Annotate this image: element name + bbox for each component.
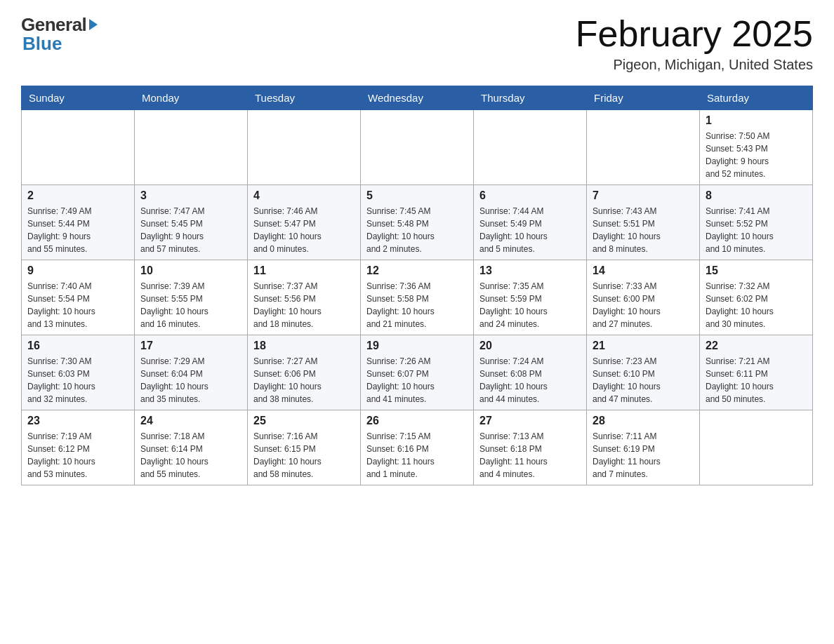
day-info: Sunrise: 7:23 AM Sunset: 6:10 PM Dayligh… xyxy=(593,355,694,405)
calendar-day-cell: 4Sunrise: 7:46 AM Sunset: 5:47 PM Daylig… xyxy=(248,185,361,260)
calendar-day-cell: 25Sunrise: 7:16 AM Sunset: 6:15 PM Dayli… xyxy=(248,410,361,485)
day-info: Sunrise: 7:45 AM Sunset: 5:48 PM Dayligh… xyxy=(366,205,468,255)
day-number: 14 xyxy=(593,264,694,277)
day-number: 12 xyxy=(366,264,468,277)
day-number: 16 xyxy=(27,340,128,352)
day-number: 8 xyxy=(706,189,807,202)
calendar-week-row: 1Sunrise: 7:50 AM Sunset: 5:43 PM Daylig… xyxy=(22,110,813,185)
calendar-day-cell: 14Sunrise: 7:33 AM Sunset: 6:00 PM Dayli… xyxy=(587,260,700,335)
day-info: Sunrise: 7:40 AM Sunset: 5:54 PM Dayligh… xyxy=(27,280,128,330)
calendar-day-cell: 28Sunrise: 7:11 AM Sunset: 6:19 PM Dayli… xyxy=(587,410,700,485)
calendar-day-cell: 24Sunrise: 7:18 AM Sunset: 6:14 PM Dayli… xyxy=(135,410,248,485)
calendar-header-wednesday: Wednesday xyxy=(361,86,474,110)
day-number: 28 xyxy=(593,415,694,427)
calendar-day-cell: 23Sunrise: 7:19 AM Sunset: 6:12 PM Dayli… xyxy=(22,410,135,485)
day-info: Sunrise: 7:50 AM Sunset: 5:43 PM Dayligh… xyxy=(706,130,807,180)
day-number: 26 xyxy=(366,415,468,427)
day-info: Sunrise: 7:18 AM Sunset: 6:14 PM Dayligh… xyxy=(140,430,241,481)
day-number: 17 xyxy=(140,340,241,352)
day-info: Sunrise: 7:21 AM Sunset: 6:11 PM Dayligh… xyxy=(706,355,807,405)
day-number: 18 xyxy=(253,340,355,352)
day-number: 1 xyxy=(706,114,807,127)
calendar-day-cell: 11Sunrise: 7:37 AM Sunset: 5:56 PM Dayli… xyxy=(248,260,361,335)
day-info: Sunrise: 7:33 AM Sunset: 6:00 PM Dayligh… xyxy=(593,280,694,330)
day-info: Sunrise: 7:39 AM Sunset: 5:55 PM Dayligh… xyxy=(140,280,241,330)
calendar-day-cell: 15Sunrise: 7:32 AM Sunset: 6:02 PM Dayli… xyxy=(700,260,813,335)
day-info: Sunrise: 7:43 AM Sunset: 5:51 PM Dayligh… xyxy=(593,205,694,255)
day-number: 10 xyxy=(140,264,241,277)
calendar-day-cell xyxy=(248,110,361,185)
day-number: 25 xyxy=(253,415,355,427)
location-text: Pigeon, Michigan, United States xyxy=(576,57,813,73)
day-info: Sunrise: 7:41 AM Sunset: 5:52 PM Dayligh… xyxy=(706,205,807,255)
calendar-day-cell: 18Sunrise: 7:27 AM Sunset: 6:06 PM Dayli… xyxy=(248,335,361,410)
day-info: Sunrise: 7:29 AM Sunset: 6:04 PM Dayligh… xyxy=(140,355,241,405)
day-number: 9 xyxy=(27,264,128,277)
month-title: February 2025 xyxy=(576,14,813,54)
day-info: Sunrise: 7:46 AM Sunset: 5:47 PM Dayligh… xyxy=(253,205,355,255)
calendar-day-cell: 5Sunrise: 7:45 AM Sunset: 5:48 PM Daylig… xyxy=(361,185,474,260)
calendar-header-saturday: Saturday xyxy=(700,86,813,110)
calendar-day-cell: 8Sunrise: 7:41 AM Sunset: 5:52 PM Daylig… xyxy=(700,185,813,260)
day-info: Sunrise: 7:15 AM Sunset: 6:16 PM Dayligh… xyxy=(366,430,468,481)
day-number: 21 xyxy=(593,340,694,352)
day-number: 24 xyxy=(140,415,241,427)
calendar-day-cell: 10Sunrise: 7:39 AM Sunset: 5:55 PM Dayli… xyxy=(135,260,248,335)
day-number: 27 xyxy=(479,415,581,427)
day-info: Sunrise: 7:27 AM Sunset: 6:06 PM Dayligh… xyxy=(253,355,355,405)
calendar-header-tuesday: Tuesday xyxy=(248,86,361,110)
calendar-day-cell xyxy=(135,110,248,185)
calendar-day-cell: 19Sunrise: 7:26 AM Sunset: 6:07 PM Dayli… xyxy=(361,335,474,410)
calendar-day-cell: 12Sunrise: 7:36 AM Sunset: 5:58 PM Dayli… xyxy=(361,260,474,335)
calendar-week-row: 23Sunrise: 7:19 AM Sunset: 6:12 PM Dayli… xyxy=(22,410,813,485)
day-info: Sunrise: 7:19 AM Sunset: 6:12 PM Dayligh… xyxy=(27,430,128,481)
day-number: 13 xyxy=(479,264,581,277)
day-info: Sunrise: 7:11 AM Sunset: 6:19 PM Dayligh… xyxy=(593,430,694,481)
day-number: 19 xyxy=(366,340,468,352)
day-number: 6 xyxy=(479,189,581,202)
day-number: 20 xyxy=(479,340,581,352)
calendar-week-row: 9Sunrise: 7:40 AM Sunset: 5:54 PM Daylig… xyxy=(22,260,813,335)
day-info: Sunrise: 7:44 AM Sunset: 5:49 PM Dayligh… xyxy=(479,205,581,255)
day-info: Sunrise: 7:32 AM Sunset: 6:02 PM Dayligh… xyxy=(706,280,807,330)
calendar-day-cell xyxy=(587,110,700,185)
calendar-day-cell xyxy=(474,110,587,185)
calendar-day-cell: 7Sunrise: 7:43 AM Sunset: 5:51 PM Daylig… xyxy=(587,185,700,260)
calendar-week-row: 2Sunrise: 7:49 AM Sunset: 5:44 PM Daylig… xyxy=(22,185,813,260)
calendar-day-cell: 3Sunrise: 7:47 AM Sunset: 5:45 PM Daylig… xyxy=(135,185,248,260)
calendar-table: SundayMondayTuesdayWednesdayThursdayFrid… xyxy=(21,86,813,485)
calendar-day-cell: 1Sunrise: 7:50 AM Sunset: 5:43 PM Daylig… xyxy=(700,110,813,185)
calendar-day-cell: 27Sunrise: 7:13 AM Sunset: 6:18 PM Dayli… xyxy=(474,410,587,485)
calendar-header-thursday: Thursday xyxy=(474,86,587,110)
day-info: Sunrise: 7:49 AM Sunset: 5:44 PM Dayligh… xyxy=(27,205,128,255)
calendar-header-monday: Monday xyxy=(135,86,248,110)
title-area: February 2025 Pigeon, Michigan, United S… xyxy=(576,14,813,73)
day-number: 22 xyxy=(706,340,807,352)
calendar-day-cell xyxy=(361,110,474,185)
page-header: General Blue February 2025 Pigeon, Michi… xyxy=(21,14,813,73)
day-info: Sunrise: 7:30 AM Sunset: 6:03 PM Dayligh… xyxy=(27,355,128,405)
calendar-day-cell: 20Sunrise: 7:24 AM Sunset: 6:08 PM Dayli… xyxy=(474,335,587,410)
calendar-header-friday: Friday xyxy=(587,86,700,110)
day-info: Sunrise: 7:47 AM Sunset: 5:45 PM Dayligh… xyxy=(140,205,241,255)
day-number: 23 xyxy=(27,415,128,427)
calendar-day-cell: 16Sunrise: 7:30 AM Sunset: 6:03 PM Dayli… xyxy=(22,335,135,410)
day-info: Sunrise: 7:36 AM Sunset: 5:58 PM Dayligh… xyxy=(366,280,468,330)
calendar-day-cell: 6Sunrise: 7:44 AM Sunset: 5:49 PM Daylig… xyxy=(474,185,587,260)
day-info: Sunrise: 7:37 AM Sunset: 5:56 PM Dayligh… xyxy=(253,280,355,330)
calendar-day-cell: 22Sunrise: 7:21 AM Sunset: 6:11 PM Dayli… xyxy=(700,335,813,410)
calendar-day-cell xyxy=(22,110,135,185)
logo: General Blue xyxy=(21,14,98,55)
day-info: Sunrise: 7:13 AM Sunset: 6:18 PM Dayligh… xyxy=(479,430,581,481)
day-info: Sunrise: 7:35 AM Sunset: 5:59 PM Dayligh… xyxy=(479,280,581,330)
day-info: Sunrise: 7:24 AM Sunset: 6:08 PM Dayligh… xyxy=(479,355,581,405)
calendar-header-row: SundayMondayTuesdayWednesdayThursdayFrid… xyxy=(22,86,813,110)
day-number: 3 xyxy=(140,189,241,202)
calendar-day-cell: 21Sunrise: 7:23 AM Sunset: 6:10 PM Dayli… xyxy=(587,335,700,410)
calendar-day-cell: 9Sunrise: 7:40 AM Sunset: 5:54 PM Daylig… xyxy=(22,260,135,335)
day-number: 15 xyxy=(706,264,807,277)
calendar-day-cell: 2Sunrise: 7:49 AM Sunset: 5:44 PM Daylig… xyxy=(22,185,135,260)
logo-arrow-icon xyxy=(89,19,98,30)
day-number: 4 xyxy=(253,189,355,202)
day-number: 5 xyxy=(366,189,468,202)
